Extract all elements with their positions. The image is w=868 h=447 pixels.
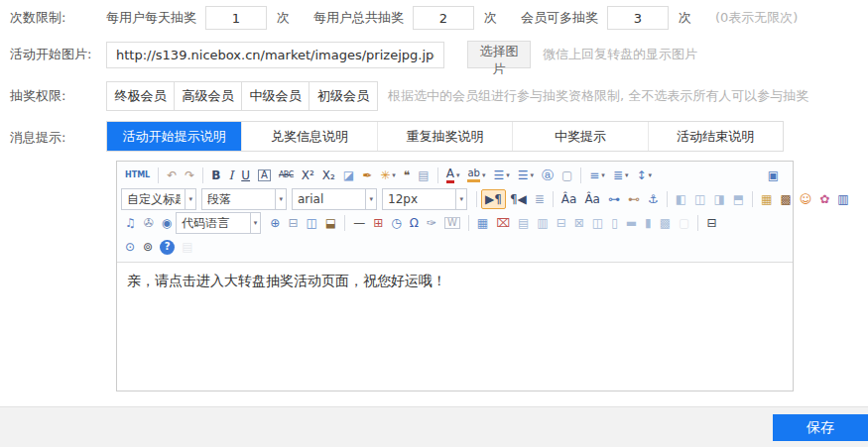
ordered-list-icon[interactable]: ☰▾ [489,166,513,185]
col-delete-icon[interactable]: ⊠ [570,213,588,233]
chevron-down-icon: ▾ [275,189,286,209]
align-icon[interactable]: ≣▾ [609,166,633,185]
image-icon[interactable]: ▦ [757,189,776,209]
row-delete-icon[interactable]: ⊟ [553,213,570,233]
col-span-icon[interactable]: ▮ [641,213,656,233]
calendar-icon[interactable]: ⊞ [369,213,387,233]
embed-code-icon[interactable]: ⊕ [266,213,284,233]
subscript-icon[interactable]: X₂ [318,166,339,185]
table-delete-icon[interactable]: ⌧ [492,213,514,233]
image-url-input[interactable] [106,42,444,68]
find-replace-icon[interactable]: ⊚ [139,237,157,257]
ltr-icon[interactable]: ▶¶ [481,189,506,209]
member-extra-count-input[interactable] [607,6,669,30]
image-align-top-icon[interactable]: ⬒ [729,189,748,209]
font-family-select[interactable]: arial▾ [292,188,377,210]
font-color-icon[interactable]: A▾ [442,166,464,185]
new-document-icon[interactable]: ▢ [558,166,576,185]
line-height-icon[interactable]: ↕▾ [632,166,656,185]
code-language-select[interactable]: 代码语言▾ [176,212,261,234]
member-middle-button[interactable]: 中级会员 [242,82,310,110]
link-icon[interactable]: ⊶ [604,189,624,209]
editor-content[interactable]: 亲，请点击进入大转盘抽奖活动页面，祝您好运哦！ [117,263,793,391]
unlink-icon[interactable]: ⊷ [624,189,644,209]
paragraph-icon[interactable]: ≣ [531,189,549,209]
chevron-down-icon: ▾ [456,172,460,179]
uppercase-icon[interactable]: Âa [558,189,581,209]
paste-table-icon[interactable]: ▤ [414,166,433,185]
member-senior-button[interactable]: 高级会员 [175,82,242,110]
tab-activity-end[interactable]: 活动结束说明 [649,122,783,151]
clock-icon[interactable]: ◷ [387,213,405,233]
total-count-input[interactable] [413,6,474,30]
tab-win-prompt[interactable]: 中奖提示 [513,122,648,151]
unordered-list-icon[interactable]: ☰▾ [514,166,538,185]
music-icon[interactable]: ♫ [121,213,140,233]
remove-format-icon[interactable]: ◪ [339,166,358,185]
permission-hint: 根据选中的会员组进行参与抽奖资格限制, 全不选表示所有人可以参与抽奖 [388,87,808,105]
limit-hint: (0表示无限次) [715,9,798,27]
signature-icon[interactable]: ✑ [423,213,440,233]
bold-icon[interactable]: B [207,166,224,185]
preview-icon[interactable]: ⊙ [121,237,139,257]
redo-icon[interactable]: ↷ [181,166,198,185]
paragraph-select[interactable]: 段落▾ [201,188,287,210]
row-insert-icon[interactable]: ▤ [514,213,533,233]
media-icon[interactable]: ▥ [833,189,852,209]
choose-image-button[interactable]: 选择图片 [467,41,531,68]
image-row: 活动开始图片: 选择图片 微信上回复转盘的显示图片 [0,41,868,68]
cell-split-icon[interactable]: ▯ [607,213,622,233]
toolbar-row-2: 自定义标题▾段落▾arial▾12px▾▶¶¶◀≣ÂaÂa⊶⊷⚓◧◫◨⬒▦▩☺✿… [121,187,789,211]
message-row: 消息提示: 活动开始提示说明 兑奖信息说明 重复抽奖说明 中奖提示 活动结束说明 [0,121,868,152]
table-icon[interactable]: ▦ [473,213,492,233]
help-icon[interactable]: ? [160,240,175,255]
quick-format-icon[interactable]: ✳▾ [376,166,400,185]
blockquote-icon[interactable]: ❝ [400,166,414,185]
save-button[interactable]: 保存 [773,414,868,441]
highlight-color-icon[interactable]: ab▾ [463,166,489,185]
multi-image-icon[interactable]: ▩ [776,189,795,209]
image-align-left-icon[interactable]: ◧ [672,189,690,209]
heading-select[interactable]: 自定义标题▾ [121,188,196,210]
col-insert-icon[interactable]: ▥ [533,213,552,233]
per-day-count-input[interactable] [205,6,267,30]
rtl-icon[interactable]: ¶◀ [506,189,531,209]
format-brush-icon[interactable]: ✒ [358,166,376,185]
toolbar-separator [667,191,668,207]
image-align-center-icon[interactable]: ◫ [690,189,709,209]
indent-icon[interactable]: ≡▾ [585,166,609,185]
columns-icon[interactable]: ◫ [302,213,320,233]
tab-activity-start[interactable]: 活动开始提示说明 [107,122,242,151]
member-ultimate-button[interactable]: 终极会员 [107,82,175,110]
print-icon[interactable]: ⊟ [702,213,720,233]
flash-icon[interactable]: ◉ [158,213,176,233]
strikethrough-icon[interactable]: ABC [275,166,298,185]
attachment-icon[interactable]: ✇ [140,213,158,233]
superscript-icon[interactable]: X² [298,166,318,185]
cell-merge-icon[interactable]: ◫ [588,213,607,233]
tab-redeem-info[interactable]: 兑奖信息说明 [242,122,377,151]
undo-icon[interactable]: ↶ [163,166,181,185]
hr-icon[interactable]: — [349,213,369,233]
underline-icon[interactable]: U [237,166,254,185]
image-align-right-icon[interactable]: ◨ [709,189,728,209]
member-junior-button[interactable]: 初级会员 [310,82,377,110]
book-icon[interactable]: ⬓ [321,213,340,233]
anchor-icon[interactable]: ⚓ [644,189,663,209]
toolbar-separator [752,191,753,207]
tab-repeat-draw[interactable]: 重复抽奖说明 [378,122,513,151]
fullscreen-icon[interactable]: ▣ [764,166,783,185]
chevron-down-icon: ▾ [601,172,605,179]
pagebreak-icon[interactable]: ⊟ [284,213,302,233]
special-symbol-icon[interactable]: Ω [406,213,423,233]
table-props-icon[interactable]: ▩ [656,213,675,233]
emoticon-icon[interactable]: ☺ [796,189,816,209]
row-span-icon[interactable]: ▬ [622,213,641,233]
palette-icon[interactable]: ✿ [815,189,833,209]
anchor-name-icon[interactable]: ⓐ [538,166,558,185]
italic-icon[interactable]: I [225,166,238,185]
font-size-select[interactable]: 12px▾ [382,188,467,210]
font-style-icon[interactable]: A [254,166,275,185]
lowercase-icon[interactable]: Âa [580,189,604,209]
source-code-icon[interactable]: HTML [121,166,154,185]
